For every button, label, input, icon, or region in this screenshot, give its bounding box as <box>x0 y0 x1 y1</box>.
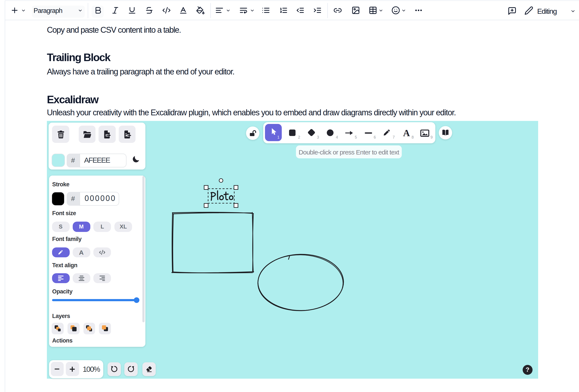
svg-text:A: A <box>403 128 410 138</box>
